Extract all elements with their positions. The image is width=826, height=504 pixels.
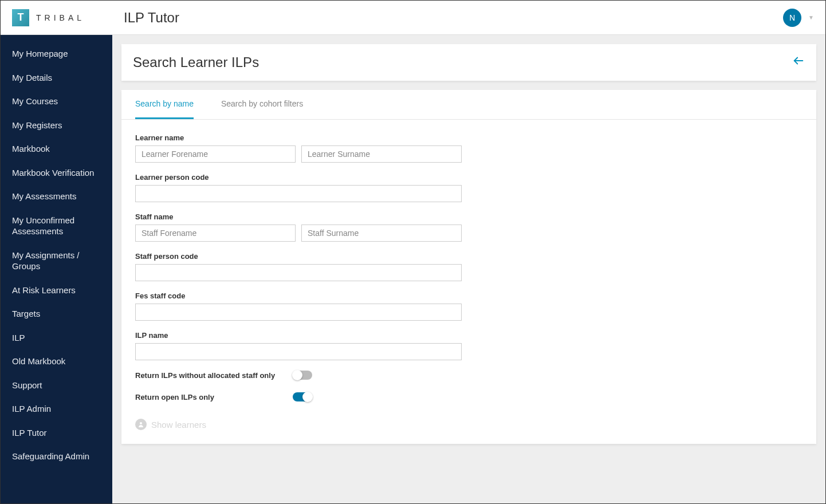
ilp-name-input[interactable] [135, 343, 462, 360]
logo-icon: T [12, 9, 29, 26]
show-learners-label: Show learners [151, 420, 206, 430]
sidebar-item-ilp-tutor[interactable]: ILP Tutor [1, 421, 112, 445]
sidebar-item-my-details[interactable]: My Details [1, 66, 112, 90]
chevron-down-icon[interactable]: ▼ [808, 14, 814, 21]
svg-point-1 [140, 422, 142, 424]
learner-forename-input[interactable] [135, 145, 296, 163]
ilp-name-label: ILP name [135, 331, 803, 340]
learner-person-code-label: Learner person code [135, 173, 803, 182]
toggle-without-staff[interactable] [293, 371, 312, 380]
sidebar-item-safeguarding-admin[interactable]: Safeguarding Admin [1, 444, 112, 468]
learner-name-label: Learner name [135, 133, 803, 142]
sidebar-item-my-courses[interactable]: My Courses [1, 89, 112, 113]
logo-text: TRIBAL [36, 13, 85, 22]
show-learners-button: Show learners [135, 419, 803, 430]
tab-search-by-cohort-filters[interactable]: Search by cohort filters [221, 90, 303, 119]
learner-surname-input[interactable] [301, 145, 462, 163]
toggle-open-only-label: Return open ILPs only [135, 393, 293, 401]
staff-name-label: Staff name [135, 212, 803, 221]
sidebar-item-support[interactable]: Support [1, 373, 112, 397]
page-title: Search Learner ILPs [133, 54, 259, 70]
sidebar: My Homepage My Details My Courses My Reg… [1, 35, 112, 503]
back-arrow-icon[interactable] [792, 54, 805, 70]
sidebar-item-markbook[interactable]: Markbook [1, 137, 112, 161]
toggle-open-only[interactable] [293, 392, 312, 401]
staff-surname-input[interactable] [301, 225, 462, 242]
staff-forename-input[interactable] [135, 225, 296, 242]
sidebar-item-my-homepage[interactable]: My Homepage [1, 42, 112, 66]
content-card: Search by name Search by cohort filters … [121, 90, 816, 444]
toggle-knob-icon [292, 370, 302, 380]
learner-person-code-input[interactable] [135, 185, 462, 202]
avatar[interactable]: N [783, 9, 801, 27]
form-body: Learner name Learner person code Staff n… [121, 120, 816, 444]
page-header-card: Search Learner ILPs [121, 44, 816, 81]
sidebar-item-my-assessments[interactable]: My Assessments [1, 184, 112, 208]
app-title: ILP Tutor [124, 10, 179, 26]
staff-person-code-label: Staff person code [135, 252, 803, 261]
main-content: Search Learner ILPs Search by name Searc… [112, 35, 825, 503]
person-icon [135, 419, 147, 430]
sidebar-item-ilp-admin[interactable]: ILP Admin [1, 397, 112, 421]
tabs: Search by name Search by cohort filters [121, 90, 816, 120]
sidebar-item-at-risk-learners[interactable]: At Risk Learners [1, 278, 112, 302]
fes-staff-code-input[interactable] [135, 304, 462, 321]
toggle-without-staff-label: Return ILPs without allocated staff only [135, 371, 293, 380]
sidebar-item-ilp[interactable]: ILP [1, 326, 112, 350]
fes-staff-code-label: Fes staff code [135, 292, 803, 300]
toggle-knob-icon [302, 392, 313, 402]
tab-search-by-name[interactable]: Search by name [135, 90, 194, 119]
sidebar-item-my-unconfirmed-assessments[interactable]: My Unconfirmed Assessments [1, 208, 112, 243]
sidebar-item-my-registers[interactable]: My Registers [1, 113, 112, 137]
logo-block: T TRIBAL [12, 9, 112, 26]
app-header: T TRIBAL ILP Tutor N ▼ [1, 1, 825, 35]
sidebar-item-old-markbook[interactable]: Old Markbook [1, 349, 112, 373]
staff-person-code-input[interactable] [135, 264, 462, 281]
sidebar-item-markbook-verification[interactable]: Markbook Verification [1, 161, 112, 185]
sidebar-item-my-assignments-groups[interactable]: My Assignments / Groups [1, 243, 112, 278]
sidebar-item-targets[interactable]: Targets [1, 302, 112, 326]
